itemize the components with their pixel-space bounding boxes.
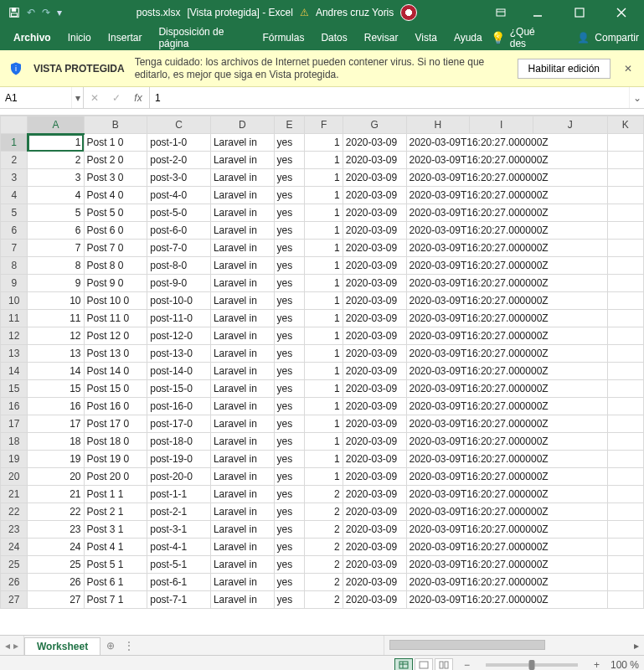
cell[interactable] — [607, 539, 643, 556]
cell[interactable]: 2020-03-09 — [343, 451, 406, 468]
cell[interactable]: Post 14 0 — [84, 363, 147, 380]
column-header-C[interactable]: C — [147, 116, 211, 134]
cell[interactable] — [607, 187, 643, 204]
cell[interactable]: yes — [274, 204, 305, 222]
cell[interactable]: Laravel in — [210, 310, 274, 327]
column-header-H[interactable]: H — [406, 116, 470, 134]
cell[interactable] — [607, 398, 643, 415]
cell[interactable]: Post 13 0 — [84, 345, 147, 363]
cell[interactable]: 2020-03-09T16:20:27.000000Z — [406, 134, 607, 152]
cell[interactable]: 8 — [28, 257, 84, 275]
name-box-dropdown-icon[interactable]: ▾ — [71, 87, 83, 108]
cell[interactable]: Laravel in — [210, 169, 274, 187]
row-header[interactable]: 26 — [1, 574, 28, 591]
cell[interactable] — [607, 257, 643, 275]
cell[interactable]: 1 — [305, 363, 343, 380]
cell[interactable]: 2 — [305, 486, 343, 503]
cell[interactable]: yes — [274, 152, 305, 169]
cell[interactable] — [607, 451, 643, 468]
cell[interactable]: Post 5 1 — [84, 556, 147, 574]
cell[interactable]: post-9-0 — [147, 275, 211, 292]
cell[interactable]: 18 — [28, 433, 84, 451]
sheet-tab-active[interactable]: Worksheet — [24, 637, 100, 655]
cell[interactable]: 2020-03-09T16:20:27.000000Z — [406, 433, 607, 451]
cell[interactable]: Post 6 0 — [84, 222, 147, 240]
cell[interactable]: Post 7 0 — [84, 240, 147, 257]
cell[interactable]: yes — [274, 503, 305, 521]
cell[interactable]: 2020-03-09T16:20:27.000000Z — [406, 380, 607, 398]
cell[interactable]: 1 — [305, 187, 343, 204]
cell[interactable]: 22 — [28, 503, 84, 521]
cell[interactable]: 1 — [305, 310, 343, 327]
column-header-D[interactable]: D — [210, 116, 274, 134]
cell[interactable]: 2020-03-09 — [343, 556, 406, 574]
cell[interactable]: 19 — [28, 451, 84, 468]
cell[interactable]: 23 — [28, 521, 84, 539]
user-avatar-icon[interactable] — [400, 4, 417, 21]
cell[interactable]: 2020-03-09T16:20:27.000000Z — [406, 468, 607, 486]
row-header[interactable]: 22 — [1, 503, 28, 521]
share-icon[interactable]: 👤 — [577, 32, 590, 44]
cell[interactable]: 2020-03-09 — [343, 222, 406, 240]
cell[interactable]: 2 — [305, 521, 343, 539]
cell[interactable]: 2020-03-09T16:20:27.000000Z — [406, 310, 607, 327]
column-header-J[interactable]: J — [533, 116, 607, 134]
cell[interactable]: 2020-03-09T16:20:27.000000Z — [406, 327, 607, 345]
cell[interactable]: Laravel in — [210, 204, 274, 222]
cell[interactable]: 2020-03-09 — [343, 275, 406, 292]
cell[interactable] — [607, 327, 643, 345]
cell[interactable] — [607, 292, 643, 310]
cell[interactable]: Post 10 0 — [84, 292, 147, 310]
cell[interactable]: Laravel in — [210, 222, 274, 240]
cell[interactable]: 15 — [28, 380, 84, 398]
row-header[interactable]: 17 — [1, 415, 28, 433]
cell[interactable]: yes — [274, 415, 305, 433]
cell[interactable]: yes — [274, 539, 305, 556]
cell[interactable]: 1 — [305, 134, 343, 152]
cell[interactable]: 2020-03-09T16:20:27.000000Z — [406, 539, 607, 556]
cell[interactable] — [607, 486, 643, 503]
cell[interactable]: 2020-03-09T16:20:27.000000Z — [406, 292, 607, 310]
cell[interactable]: yes — [274, 240, 305, 257]
cell[interactable]: Post 17 0 — [84, 415, 147, 433]
cell[interactable]: 24 — [28, 539, 84, 556]
row-header[interactable]: 11 — [1, 310, 28, 327]
column-header-F[interactable]: F — [305, 116, 343, 134]
save-icon[interactable] — [8, 7, 20, 18]
cell[interactable]: yes — [274, 486, 305, 503]
cell[interactable]: 7 — [28, 240, 84, 257]
cell[interactable]: Laravel in — [210, 574, 274, 591]
cell[interactable]: 1 — [305, 468, 343, 486]
column-header-K[interactable]: K — [607, 116, 643, 134]
ribbon-tab-archivo[interactable]: Archivo — [5, 25, 59, 50]
cell[interactable]: yes — [274, 292, 305, 310]
row-header[interactable]: 4 — [1, 187, 28, 204]
cell[interactable]: yes — [274, 345, 305, 363]
cell[interactable]: 5 — [28, 204, 84, 222]
cell[interactable]: Post 2 1 — [84, 503, 147, 521]
page-layout-view-button[interactable] — [415, 658, 433, 671]
cell[interactable]: 20 — [28, 468, 84, 486]
cell[interactable] — [607, 345, 643, 363]
cell[interactable]: post-6-1 — [147, 574, 211, 591]
formula-input[interactable] — [155, 87, 624, 108]
cell[interactable]: Post 3 0 — [84, 169, 147, 187]
cell[interactable]: 2020-03-09T16:20:27.000000Z — [406, 451, 607, 468]
cell[interactable]: post-18-0 — [147, 433, 211, 451]
cell[interactable]: post-5-1 — [147, 556, 211, 574]
cell[interactable]: Laravel in — [210, 486, 274, 503]
cell[interactable]: yes — [274, 257, 305, 275]
cell[interactable]: 2020-03-09 — [343, 486, 406, 503]
cell[interactable]: 21 — [28, 486, 84, 503]
cell[interactable]: post-3-0 — [147, 169, 211, 187]
cell[interactable]: yes — [274, 187, 305, 204]
cell[interactable] — [607, 204, 643, 222]
cell[interactable]: 11 — [28, 310, 84, 327]
name-box-input[interactable] — [0, 87, 71, 108]
row-header[interactable]: 7 — [1, 240, 28, 257]
cell[interactable]: Laravel in — [210, 556, 274, 574]
cell[interactable]: 2020-03-09T16:20:27.000000Z — [406, 222, 607, 240]
cell[interactable]: 12 — [28, 327, 84, 345]
cell[interactable]: 2020-03-09 — [343, 591, 406, 609]
cell[interactable]: 10 — [28, 292, 84, 310]
